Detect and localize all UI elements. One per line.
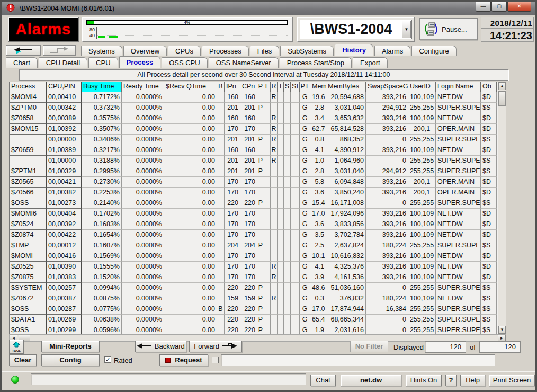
table-row[interactable]: $ZPTM000,003420.3732%0.0000%0.00201201PG… xyxy=(10,103,498,113)
table-row[interactable]: $Z087501,003830.1520%0.0000%0.00170170RG… xyxy=(10,272,498,283)
column-header-r[interactable]: R xyxy=(271,82,278,92)
table-row[interactable]: $Z065901,003890.3217%0.0000%0.00160160RG… xyxy=(10,145,498,156)
table-row[interactable]: $MOMI400,004100.7172%0.0000%0.00160160RG… xyxy=(10,92,498,103)
cell: G xyxy=(300,272,310,283)
column-header-b[interactable]: B xyxy=(217,82,225,92)
table-row[interactable]: $TMP00,000120.1607%0.0000%0.00204204PG2.… xyxy=(10,240,498,251)
scroll-up-icon[interactable]: ▲ xyxy=(498,82,506,90)
print-screen-button[interactable]: Print Screen xyxy=(489,375,535,386)
tab-configure[interactable]: Configure xyxy=(411,46,456,56)
table-row[interactable]: $Z052400,003920.1683%0.0000%0.00170170G3… xyxy=(10,219,498,230)
tab-alarms[interactable]: Alarms xyxy=(374,46,410,56)
minimize-button[interactable]: — xyxy=(476,2,491,12)
tab-export[interactable]: Export xyxy=(353,57,388,68)
tab-files[interactable]: Files xyxy=(250,46,279,56)
vertical-scroll-thumb[interactable] xyxy=(498,91,506,106)
column-header-userid[interactable]: UserID xyxy=(408,82,436,92)
tab-chart[interactable]: Chart xyxy=(6,57,38,68)
displayed-count-field[interactable]: 120 xyxy=(425,341,466,353)
mini-reports-button[interactable]: Mini-Reports xyxy=(41,341,100,352)
tool-button[interactable]: TOOL xyxy=(9,340,24,354)
column-header-cpu-pin[interactable]: CPU,PIN xyxy=(47,82,82,92)
table-row[interactable]: $OSS01,002990.0596%0.0000%0.00220220PG1.… xyxy=(10,325,498,334)
total-count-field[interactable]: 120 xyxy=(479,341,521,353)
cell xyxy=(278,240,284,251)
column-header-ipri[interactable]: IPri xyxy=(225,82,240,92)
tab-process[interactable]: Process xyxy=(119,56,161,68)
column-header-f[interactable]: F xyxy=(264,82,271,92)
backward-button[interactable]: Backward xyxy=(135,341,186,352)
tab-systems[interactable]: Systems xyxy=(81,46,122,56)
table-row[interactable]: $DATA101,002690.0638%0.0000%0.00220220PG… xyxy=(10,315,498,325)
vertical-scrollbar[interactable]: ▲ ▼ xyxy=(498,82,506,334)
table-row[interactable]: $OSS00,002870.0775%0.0000%0.00B220220PG1… xyxy=(10,304,498,315)
table-row[interactable]: $Z056601,003820.2253%0.0000%0.00170170G3… xyxy=(10,188,498,198)
table-row[interactable]: $Z087400,004220.1654%0.0000%0.00170170G3… xyxy=(10,230,498,240)
status-message-input[interactable] xyxy=(31,373,306,385)
help-button[interactable]: Help xyxy=(460,375,485,386)
column-header-swapspaceg[interactable]: SwapSpaceG xyxy=(366,82,408,92)
column-header-s[interactable]: S xyxy=(284,82,291,92)
cell: 00,00416 xyxy=(47,251,82,262)
table-row[interactable]: $ZPTM101,003290.2995%0.0000%0.00201201PG… xyxy=(10,166,498,177)
column-header-process[interactable]: Process xyxy=(10,82,47,92)
tab-overview[interactable]: Overview xyxy=(123,46,167,56)
pause-button[interactable]: Pause... xyxy=(419,18,478,40)
table-row[interactable]: $MOM1501,003920.3507%0.0000%0.00170170RG… xyxy=(10,124,498,135)
tab-oss-cpu[interactable]: OSS CPU xyxy=(162,57,208,68)
scroll-down-icon[interactable]: ▼ xyxy=(498,326,506,334)
table-row[interactable]: $MOMI600,004040.1702%0.0000%0.00170170G1… xyxy=(10,209,498,219)
column-header-login-name[interactable]: Login Name xyxy=(436,82,481,92)
forward-button[interactable]: Forward xyxy=(189,341,242,352)
tab-process-start-stop[interactable]: Process Start/Stop xyxy=(280,57,352,68)
history-back-button[interactable] xyxy=(6,45,41,56)
user-button[interactable]: net.dw xyxy=(341,375,401,386)
table-row[interactable]: $SYSTEM00,002570.0994%0.0000%0.00220220P… xyxy=(10,283,498,293)
alarms-panel[interactable]: Alarms xyxy=(8,17,79,42)
rated-checkbox[interactable]: ✓ xyxy=(104,356,111,363)
column-header-recv-qtime[interactable]: $Recv QTime xyxy=(164,82,217,92)
tab-cpus[interactable]: CPUs xyxy=(168,46,201,56)
table-row[interactable]: 01,000000.3188%0.0000%0.00201201PRG1.01,… xyxy=(10,156,498,166)
history-forward-button[interactable] xyxy=(43,45,76,56)
chat-button[interactable]: Chat xyxy=(310,375,336,386)
request-input[interactable] xyxy=(221,354,495,366)
tab-cpu-detail[interactable]: CPU Detail xyxy=(39,57,87,68)
column-header-ready-time[interactable]: Ready Time xyxy=(122,82,164,92)
maximize-button[interactable]: ▢ xyxy=(491,2,507,12)
column-header-mem[interactable]: Mem xyxy=(310,82,326,92)
table-row[interactable]: $MOMI00,004160.1569%0.0000%0.00170170G10… xyxy=(10,251,498,262)
column-header-cpri[interactable]: CPri xyxy=(240,82,257,92)
column-header-pt[interactable]: PT xyxy=(300,82,310,92)
table-row[interactable]: $OSS01,002730.2140%0.0000%0.00220220PG15… xyxy=(10,198,498,209)
request-button[interactable]: Request xyxy=(159,354,208,366)
scroll-right-icon[interactable]: ► xyxy=(498,335,506,341)
table-row[interactable]: $Z065800,003890.3575%0.0000%0.00160160RG… xyxy=(10,113,498,124)
cell xyxy=(278,188,284,198)
close-button[interactable]: ✕ xyxy=(507,2,531,12)
tab-oss-nameserver[interactable]: OSS NameServer xyxy=(209,57,279,68)
column-header-ob[interactable]: Ob xyxy=(481,82,497,92)
title-bar[interactable]: \BWS1-2004 MOMI (6.01/6.01) — ▢ ✕ xyxy=(2,2,535,15)
table-row[interactable]: $Z056500,004210.2730%0.0000%0.00170170G5… xyxy=(10,177,498,188)
column-header-membytes[interactable]: MemBytes xyxy=(326,82,366,92)
table-row[interactable]: 00,000000.3406%0.0000%0.00201201PRG0.886… xyxy=(10,135,498,145)
tab-processes[interactable]: Processes xyxy=(202,46,249,56)
column-header-p[interactable]: P xyxy=(257,82,264,92)
tab-history[interactable]: History xyxy=(335,44,373,56)
tab-cpu[interactable]: CPU xyxy=(88,57,118,68)
config-button[interactable]: Config xyxy=(41,354,100,366)
request-option-checkbox[interactable] xyxy=(212,357,219,363)
tab-subsystems[interactable]: SubSystems xyxy=(280,46,334,56)
column-header-i[interactable]: I xyxy=(278,82,284,92)
table-row[interactable]: $Z067200,003870.0875%0.0000%0.00159159PR… xyxy=(10,293,498,304)
table-row[interactable]: $Z052501,003900.1555%0.0000%0.00170170RG… xyxy=(10,262,498,272)
context-help-button[interactable]: ? xyxy=(445,375,457,386)
clear-button[interactable]: Clear xyxy=(9,354,37,366)
column-header-busy-time[interactable]: Busy Time xyxy=(82,82,122,92)
node-selector[interactable]: \BWS1-2004 ▼ xyxy=(297,17,415,42)
hints-toggle-button[interactable]: Hints On xyxy=(406,375,442,386)
no-filter-button[interactable]: No Filter xyxy=(350,341,388,352)
column-header-si[interactable]: SI xyxy=(291,82,300,92)
chevron-down-icon[interactable]: ▼ xyxy=(402,21,411,38)
